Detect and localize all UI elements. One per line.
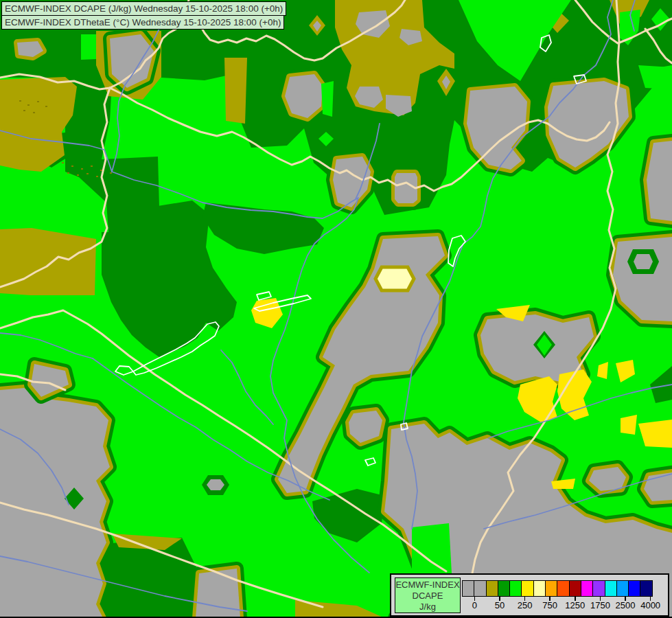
legend-title-unit: J/kg bbox=[395, 602, 460, 613]
legend-swatch bbox=[498, 580, 510, 597]
legend-title-box: ECMWF-INDEX DCAPE J/kg bbox=[395, 577, 461, 613]
region-gray bbox=[196, 569, 240, 618]
legend-swatch bbox=[592, 580, 605, 597]
terrain-dot bbox=[67, 172, 69, 174]
terrain-dot bbox=[45, 106, 47, 107]
terrain-dot bbox=[100, 170, 102, 171]
legend-swatch bbox=[462, 580, 474, 597]
legend-swatch bbox=[486, 580, 498, 597]
legend-swatch bbox=[557, 580, 569, 597]
legend-title-param: DCAPE bbox=[395, 591, 460, 602]
legend-swatch bbox=[628, 580, 640, 597]
terrain-dot bbox=[81, 168, 83, 170]
legend-swatch bbox=[521, 580, 533, 597]
terrain-dot bbox=[71, 165, 73, 167]
terrain-dot bbox=[62, 162, 64, 163]
terrain-dot bbox=[110, 172, 112, 174]
legend-swatch bbox=[640, 580, 652, 597]
legend-swatch bbox=[474, 580, 486, 597]
legend-swatch bbox=[569, 580, 581, 597]
legend-tick-label: 4000 bbox=[636, 600, 666, 610]
color-scale-legend: ECMWF-INDEX DCAPE J/kg 05025075012501750… bbox=[390, 573, 669, 617]
overlay-bright-green bbox=[321, 81, 334, 117]
region-gray bbox=[0, 388, 110, 618]
legend-swatch bbox=[509, 580, 522, 597]
legend-swatch bbox=[545, 580, 557, 597]
terrain-dot bbox=[77, 174, 79, 176]
weather-map-canvas bbox=[0, 0, 672, 618]
terrain-dot bbox=[86, 173, 89, 174]
overlay-bright-green bbox=[412, 523, 452, 573]
region-pale-yellow bbox=[375, 267, 414, 290]
legend-title-model: ECMWF-INDEX bbox=[395, 580, 460, 591]
region-dark-green bbox=[102, 538, 198, 618]
terrain-dot bbox=[33, 112, 35, 113]
terrain-dot bbox=[19, 100, 21, 102]
legend-swatch bbox=[616, 580, 629, 597]
map-title-dthetae: ECMWF-INDEX DThetaE (°C) Wednesday 15-10… bbox=[1, 15, 284, 30]
terrain-dot bbox=[91, 165, 93, 167]
legend-swatch bbox=[581, 580, 593, 597]
legend-swatch bbox=[605, 580, 617, 597]
weather-map: ECMWF-INDEX DCAPE (J/kg) Wednesday 15-10… bbox=[0, 0, 672, 618]
terrain-dot bbox=[27, 104, 30, 106]
terrain-dot bbox=[23, 110, 25, 111]
legend-swatch bbox=[533, 580, 546, 597]
terrain-dot bbox=[37, 101, 39, 102]
region-olive bbox=[224, 58, 247, 124]
region-olive bbox=[0, 228, 96, 295]
terrain-dot bbox=[96, 176, 98, 177]
legend-swatch-row bbox=[462, 580, 653, 597]
map-title-dcape: ECMWF-INDEX DCAPE (J/kg) Wednesday 15-10… bbox=[1, 1, 286, 16]
overlay-gray bbox=[634, 254, 653, 269]
region-yellow bbox=[621, 415, 637, 435]
